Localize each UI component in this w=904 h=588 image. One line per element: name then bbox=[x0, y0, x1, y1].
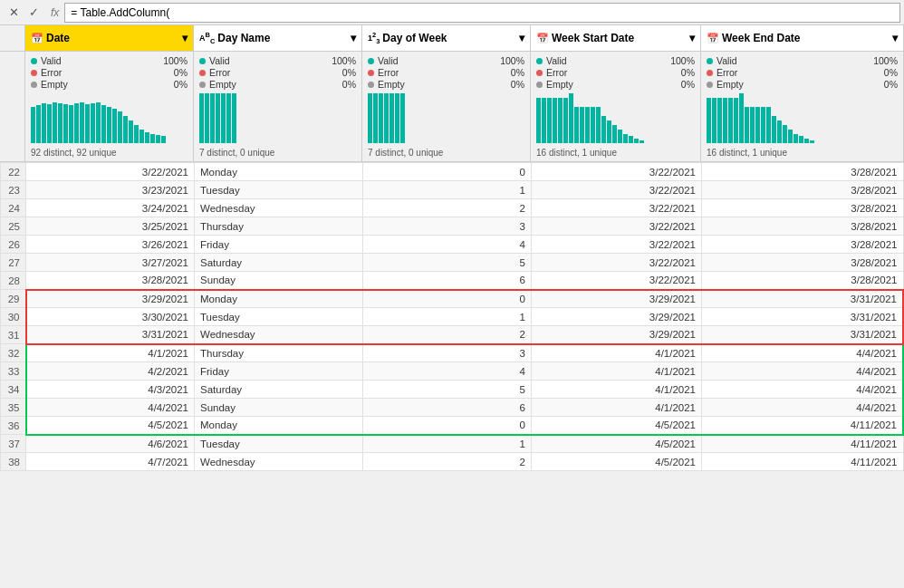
row-number: 24 bbox=[1, 199, 26, 217]
bar bbox=[553, 98, 557, 143]
dayname-cell: Wednesday bbox=[195, 326, 363, 344]
formula-bar[interactable]: = Table.AddColumn( bbox=[64, 3, 900, 23]
filter-arrow-wsd[interactable]: ▾ bbox=[689, 32, 695, 44]
dow-cell: 3 bbox=[363, 217, 532, 236]
number-icon: 123 bbox=[368, 31, 380, 45]
bar bbox=[634, 139, 639, 143]
bar bbox=[384, 93, 389, 143]
row-number: 32 bbox=[1, 344, 26, 362]
top-bar: ✕ ✓ fx = Table.AddColumn( bbox=[0, 0, 904, 25]
bar bbox=[368, 93, 372, 143]
col-header-dow[interactable]: 123 Day of Week ▾ bbox=[362, 25, 531, 51]
col-header-wed[interactable]: 📅 Week End Date ▾ bbox=[701, 25, 904, 51]
wsd-cell: 3/22/2021 bbox=[532, 217, 702, 236]
date-cell: 3/28/2021 bbox=[26, 272, 195, 290]
date-cell: 3/23/2021 bbox=[26, 181, 195, 199]
valid-dot bbox=[368, 58, 374, 64]
bar bbox=[63, 104, 68, 143]
valid-dot bbox=[31, 58, 37, 64]
fx-icon: fx bbox=[51, 6, 59, 19]
bar bbox=[216, 93, 220, 143]
bar bbox=[558, 98, 563, 143]
dow-cell: 2 bbox=[363, 326, 532, 344]
bar bbox=[226, 93, 231, 143]
wed-cell: 3/28/2021 bbox=[702, 199, 904, 217]
col-header-dayname[interactable]: ABC Day Name ▾ bbox=[194, 25, 362, 51]
bar bbox=[563, 98, 568, 143]
col-header-wed-title: Week End Date bbox=[722, 32, 800, 44]
bar bbox=[783, 125, 787, 143]
filter-arrow-dow[interactable]: ▾ bbox=[519, 32, 524, 44]
wsd-cell: 3/29/2021 bbox=[532, 326, 702, 344]
bar bbox=[232, 93, 236, 143]
bar bbox=[739, 93, 744, 143]
col-header-wsd[interactable]: 📅 Week Start Date ▾ bbox=[531, 25, 701, 51]
bar bbox=[761, 107, 765, 143]
bar bbox=[47, 104, 52, 143]
bar bbox=[69, 105, 73, 143]
data-table-wrapper[interactable]: 22 3/22/2021 Monday 0 3/22/2021 3/28/202… bbox=[0, 162, 904, 588]
check-button[interactable]: ✓ bbox=[24, 3, 43, 23]
bar bbox=[36, 105, 41, 143]
filter-arrow-dayname[interactable]: ▾ bbox=[351, 32, 356, 44]
wed-cell: 3/28/2021 bbox=[702, 163, 904, 181]
filter-arrow-date[interactable]: ▾ bbox=[182, 32, 188, 44]
wsd-cell: 4/1/2021 bbox=[532, 381, 702, 399]
table-row: 26 3/26/2021 Friday 4 3/22/2021 3/28/202… bbox=[1, 236, 904, 254]
dayname-cell: Monday bbox=[195, 290, 363, 308]
dayname-cell: Saturday bbox=[195, 254, 363, 272]
dayname-cell: Sunday bbox=[195, 399, 363, 417]
distinct-label: 7 distinct, 0 unique bbox=[368, 148, 524, 158]
bar bbox=[804, 139, 809, 143]
col-header-dow-title: Day of Week bbox=[382, 32, 447, 44]
error-dot bbox=[31, 70, 37, 76]
date-cell: 3/25/2021 bbox=[26, 217, 195, 236]
close-button[interactable]: ✕ bbox=[4, 3, 24, 23]
wed-cell: 4/11/2021 bbox=[702, 417, 904, 435]
bar bbox=[585, 107, 590, 143]
wsd-cell: 3/22/2021 bbox=[532, 163, 702, 181]
wsd-cell: 3/22/2021 bbox=[532, 254, 702, 272]
bar bbox=[53, 102, 57, 143]
table-row: 34 4/3/2021 Saturday 5 4/1/2021 4/4/2021 bbox=[1, 381, 904, 399]
table-row: 31 3/31/2021 Wednesday 2 3/29/2021 3/31/… bbox=[1, 326, 904, 344]
bar bbox=[221, 93, 226, 143]
valid-dot bbox=[707, 58, 713, 64]
wed-cell: 3/31/2021 bbox=[702, 308, 904, 326]
wed-cell: 3/31/2021 bbox=[702, 290, 904, 308]
bar bbox=[80, 102, 84, 143]
formula-text: = Table.AddColumn( bbox=[71, 6, 169, 19]
bar bbox=[96, 102, 101, 143]
row-number: 29 bbox=[1, 290, 26, 308]
data-table: 22 3/22/2021 Monday 0 3/22/2021 3/28/202… bbox=[0, 162, 904, 471]
chart-bars bbox=[368, 91, 524, 145]
date-cell: 3/22/2021 bbox=[26, 163, 195, 181]
bar bbox=[379, 93, 383, 143]
abc-icon: ABC bbox=[199, 31, 215, 45]
bar bbox=[542, 98, 546, 143]
dayname-cell: Monday bbox=[195, 163, 363, 181]
wsd-cell: 3/22/2021 bbox=[532, 236, 702, 254]
bar bbox=[112, 109, 117, 143]
main-content: 📅 Date ▾ ABC Day Name ▾ 123 Day of Week … bbox=[0, 25, 904, 588]
col-header-date[interactable]: 📅 Date ▾ bbox=[25, 25, 194, 51]
date-cell: 3/27/2021 bbox=[26, 254, 195, 272]
dow-cell: 6 bbox=[363, 272, 532, 290]
date-cell: 3/29/2021 bbox=[26, 290, 195, 308]
calendar-icon-wed: 📅 bbox=[707, 33, 719, 44]
dayname-cell: Tuesday bbox=[195, 308, 363, 326]
row-number: 27 bbox=[1, 254, 26, 272]
date-cell: 3/30/2021 bbox=[26, 308, 195, 326]
stats-area: Valid100% Error0% Empty0% 92 distinct, 9… bbox=[0, 52, 904, 162]
bar bbox=[139, 130, 144, 143]
wsd-cell: 4/5/2021 bbox=[532, 453, 702, 471]
bar bbox=[161, 136, 166, 143]
filter-arrow-wed[interactable]: ▾ bbox=[892, 32, 898, 44]
bar bbox=[74, 103, 79, 143]
bar bbox=[755, 107, 760, 143]
distinct-label: 16 distinct, 1 unique bbox=[707, 148, 898, 158]
bar bbox=[810, 140, 814, 143]
col-stats-wsd: Valid100% Error0% Empty0% 16 distinct, 1… bbox=[531, 52, 701, 161]
bar bbox=[788, 130, 793, 143]
row-number: 26 bbox=[1, 236, 26, 254]
